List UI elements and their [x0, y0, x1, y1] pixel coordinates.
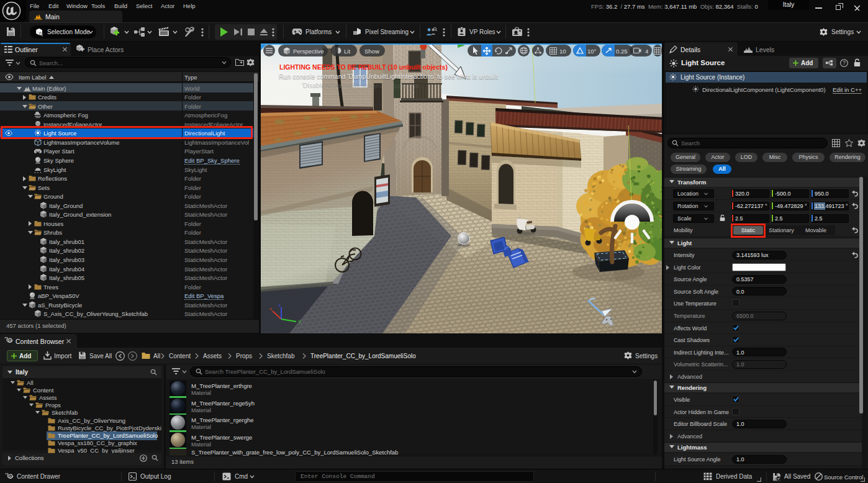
svg-text:x: x [269, 306, 272, 312]
svg-text:?: ? [843, 60, 846, 66]
svg-text:z: z [278, 302, 281, 308]
svg-text:Y: Y [298, 319, 302, 325]
